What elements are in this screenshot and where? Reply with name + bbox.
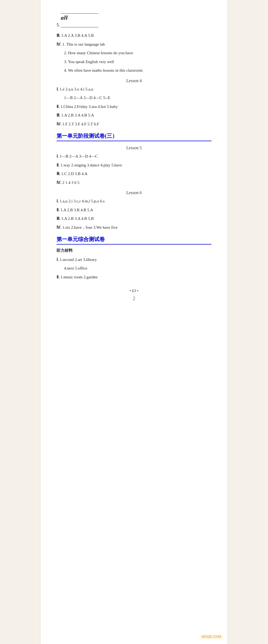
section-iii-1: Ⅲ. 1.A 2.A 3.B 4.A 5.B: [57, 32, 211, 39]
overline-container: all: [61, 13, 98, 27]
section-iii-1-label: Ⅲ.: [57, 33, 60, 38]
lesson4-iii-line1: 1.A 2.B 3.A 4.B 5.A: [61, 113, 94, 117]
lesson6-i: Ⅰ. 1.a,u 2.i 3.c,r 4.m,l 5.p,o 6.s: [57, 198, 211, 205]
lesson4-i-label: Ⅰ.: [57, 87, 59, 91]
page-number: • 63 •: [57, 289, 211, 293]
lesson5-iv: Ⅳ. 2 1 4 3 6 5: [57, 179, 211, 186]
listening-ii-line1: 1.music room 2.garden: [61, 275, 98, 279]
section-iv-1-item2: 2. How many Chinese lessons do you have: [64, 50, 211, 57]
lesson5-ii-line1: 1.way 2.singing 3.dance 4.play 5.have: [61, 163, 122, 167]
lesson6-iv-label: Ⅳ.: [57, 225, 61, 230]
lesson5-iii-label: Ⅲ.: [57, 172, 60, 176]
lesson5-i-label: Ⅰ.: [57, 154, 59, 158]
listening-i-line1: 1.second 2.art 3.library: [60, 257, 97, 262]
listening-i-label: Ⅰ.: [57, 257, 59, 262]
listening-title: 听力材料: [57, 247, 211, 254]
lesson4-iii-label: Ⅲ.: [57, 113, 60, 117]
lesson4-iv: Ⅳ. 1.F 2.T 3.F 4.F 5.T 6.F: [57, 121, 211, 128]
overline-top: [61, 13, 98, 14]
lesson4-title: Lesson 4: [57, 78, 211, 83]
listening-ii-label: Ⅱ.: [57, 275, 59, 279]
listening-ii: Ⅱ. 1.music room 2.garden: [57, 274, 211, 281]
lesson5-iii-line1: 1.C 2.D 3.B 4.A: [61, 172, 88, 176]
answer-row-5: 5. all: [57, 13, 211, 27]
lesson4-i: Ⅰ. 1.e 2.y,u 3.o 4.i 5.a,u: [57, 86, 211, 93]
lesson4-i-line1: 1.e 2.y,u 3.o 4.i 5.a,u: [60, 87, 93, 91]
section-title-2: 第一单元综合测试卷: [57, 236, 211, 245]
lesson5-ii-label: Ⅱ.: [57, 163, 59, 167]
lesson5-i: Ⅰ. 1—B 2—A 3—D 4—C: [57, 153, 211, 160]
section-iv-1: Ⅳ. 1. This is our language lab: [57, 41, 211, 48]
lesson6-iv-line1: 1.six 2.have，four 3.We have five: [62, 225, 118, 230]
lesson4-i-line2: 1—B 2—A 3—D 4—C 5--E: [64, 94, 211, 101]
lesson4-iv-label: Ⅳ.: [57, 122, 61, 126]
lesson5-iv-label: Ⅳ.: [57, 180, 61, 185]
lesson6-iii: Ⅲ. 1.A 2.B 3.A 4.B 5.B: [57, 215, 211, 222]
lesson4-iii: Ⅲ. 1.A 2.B 3.A 4.B 5.A: [57, 112, 211, 119]
lesson6-iii-line1: 1.A 2.B 3.A 4.B 5.B: [61, 216, 94, 221]
lesson4-ii-label: Ⅱ.: [57, 104, 59, 109]
overline-bottom: [61, 27, 98, 27]
page-bottom-symbol: 2: [57, 296, 211, 301]
top-answer-section: 5. all: [57, 11, 211, 27]
page-container: 5. all Ⅲ. 1.A 2.A 3.B 4.A 5.B Ⅳ. 1. This…: [40, 0, 228, 644]
lesson6-i-line1: 1.a,u 2.i 3.c,r 4.m,l 5.p,o 6.s: [60, 199, 105, 203]
lesson6-ii: Ⅱ. 1.A 2.B 3.B 4.B 5.A: [57, 207, 211, 214]
lesson6-ii-line1: 1.A 2.B 3.B 4.B 5.A: [61, 208, 93, 212]
section-iii-1-content: 1.A 2.A 3.B 4.A 5.B: [61, 33, 94, 38]
listening-i-line2: 4.next 5.office: [64, 265, 211, 272]
lesson6-ii-label: Ⅱ.: [57, 208, 59, 212]
section-iv-1-item1: 1. This is our language lab: [62, 42, 105, 46]
lesson6-title: Lesson 6: [57, 190, 211, 195]
section-title-1: 第一单元阶段测试卷(三）: [57, 132, 211, 141]
lesson4-iv-line1: 1.F 2.T 3.F 4.F 5.T 6.F: [62, 122, 99, 126]
item5-answer: all: [61, 14, 68, 21]
item5-number: 5.: [57, 23, 60, 27]
lesson4-ii: Ⅱ. 1.China 2.Friday 3.sea 4.hot 5.baby: [57, 103, 211, 110]
section-title-2-container: 第一单元综合测试卷: [57, 236, 211, 245]
lesson6-iv: Ⅳ. 1.six 2.have，four 3.We have five: [57, 224, 211, 231]
section-iv-1-item3: 3. You speak English very well: [64, 59, 211, 66]
lesson5-i-line1: 1—B 2—A 3—D 4—C: [60, 154, 98, 158]
lesson4-ii-line1: 1.China 2.Friday 3.sea 4.hot 5.baby: [61, 104, 118, 109]
section-title-1-container: 第一单元阶段测试卷(三）: [57, 132, 211, 141]
lesson6-i-label: Ⅰ.: [57, 199, 59, 203]
lesson5-ii: Ⅱ. 1.way 2.singing 3.dance 4.play 5.have: [57, 162, 211, 169]
section-iv-1-item4: 4. We often have maths lessons in this c…: [64, 67, 211, 74]
watermark: MXQE.COM: [200, 634, 223, 639]
lesson6-iii-label: Ⅲ.: [57, 216, 60, 221]
listening-i: Ⅰ. 1.second 2.art 3.library: [57, 256, 211, 263]
lesson5-iv-line1: 2 1 4 3 6 5: [62, 180, 80, 185]
lesson5-title: Lesson 5: [57, 145, 211, 150]
section-iv-1-label: Ⅳ.: [57, 42, 61, 46]
lesson5-iii: Ⅲ. 1.C 2.D 3.B 4.A: [57, 170, 211, 177]
